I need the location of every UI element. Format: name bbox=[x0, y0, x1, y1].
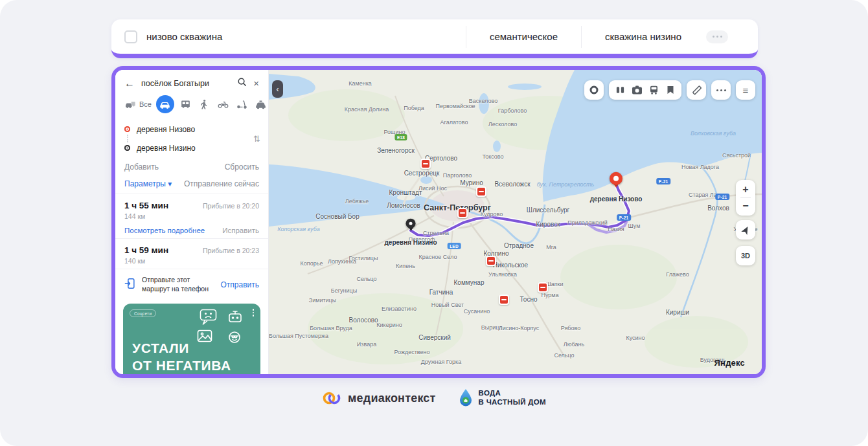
route-option-2[interactable]: 1 ч 59 мин Прибытие в 20:23 140 км bbox=[115, 240, 268, 267]
map-city-label: Лисино-Корпус bbox=[499, 325, 539, 331]
yandex-logo[interactable]: Яндекс bbox=[714, 358, 745, 368]
bookmarks-button[interactable] bbox=[662, 80, 679, 100]
ad-badge: Соцсети bbox=[130, 309, 156, 317]
swap-waypoints-icon[interactable]: ⇅ bbox=[253, 134, 260, 144]
measure-button[interactable] bbox=[687, 80, 706, 100]
water-drop-icon bbox=[458, 388, 474, 408]
close-icon[interactable]: × bbox=[253, 78, 259, 89]
send-to-phone-text: Отправьте этот маршрут на телефон bbox=[142, 276, 214, 293]
segment-semantic[interactable]: семантическое bbox=[475, 31, 572, 42]
map-water-label: Волховская губа bbox=[691, 130, 736, 137]
collapse-panel-button[interactable]: ‹ bbox=[272, 80, 283, 98]
route-option-1[interactable]: 1 ч 55 мин Прибытие в 20:20 144 км Посмо… bbox=[115, 195, 268, 237]
road-closure-marker[interactable] bbox=[476, 186, 486, 197]
map-city-label: Мурино bbox=[460, 179, 483, 186]
map-city-label: Отрадное bbox=[504, 242, 534, 249]
map-city-label: Шлиссельбург bbox=[527, 206, 569, 214]
map-city-label: Лесколово bbox=[488, 121, 517, 128]
map-city-label: Глажево bbox=[666, 271, 689, 278]
3d-view-button[interactable]: 3D bbox=[736, 246, 755, 265]
zoom-out-button[interactable]: − bbox=[736, 198, 755, 214]
map-city-label: Сосновый Бор bbox=[315, 213, 359, 220]
map-city-label: Новая Ладога bbox=[681, 164, 719, 170]
back-icon[interactable]: ← bbox=[124, 78, 135, 89]
map-city-label: Шапки bbox=[545, 281, 563, 287]
map-city-label: Ульяновка bbox=[488, 271, 517, 278]
route-endpoint-label: деревня Низино bbox=[384, 239, 437, 246]
map-water-label: бух. Петрокрепость bbox=[537, 181, 595, 188]
map-window: ← посёлок Богатыри × Все деревня Низово … bbox=[111, 66, 766, 378]
photos-button[interactable] bbox=[628, 80, 645, 100]
menu-button[interactable]: ≡ bbox=[736, 80, 755, 100]
zoom-in-button[interactable]: + bbox=[736, 182, 755, 197]
waypoint-row[interactable]: деревня Низино bbox=[124, 139, 259, 157]
segment-well[interactable]: скважина низино bbox=[591, 31, 696, 42]
road-closure-marker[interactable] bbox=[538, 282, 548, 293]
routes-panel: ← посёлок Богатыри × Все деревня Низово … bbox=[115, 70, 269, 374]
transport-button[interactable] bbox=[645, 80, 662, 100]
more-tools-button[interactable] bbox=[711, 80, 731, 100]
map-city-label: Зимитицы bbox=[309, 297, 336, 304]
map-city-label: Дружная Горка bbox=[421, 359, 461, 365]
map-city-label: Любань bbox=[564, 341, 584, 348]
query-checkbox[interactable] bbox=[124, 30, 137, 43]
params-button[interactable]: Параметры ▾ bbox=[124, 179, 172, 188]
map-city-label: Рождествено bbox=[394, 349, 429, 355]
more-button[interactable] bbox=[706, 30, 728, 43]
reset-button[interactable]: Сбросить bbox=[225, 162, 259, 172]
panoramas-button[interactable] bbox=[611, 80, 628, 100]
mode-tab-scooter[interactable] bbox=[235, 97, 249, 111]
locate-me-button[interactable] bbox=[736, 220, 755, 240]
map-city-label: Тосно bbox=[520, 296, 538, 303]
map-city-label: Гатчина bbox=[429, 289, 453, 296]
map-city-label: Мга bbox=[546, 244, 556, 251]
robot-face-icon bbox=[228, 310, 242, 323]
divider bbox=[115, 238, 268, 239]
road-closure-marker[interactable] bbox=[420, 159, 431, 169]
panel-header: ← посёлок Богатыри × bbox=[115, 70, 268, 94]
ruler-icon bbox=[691, 85, 702, 96]
map-layers-group bbox=[609, 80, 681, 100]
mediacontext-logo-icon bbox=[322, 390, 341, 407]
map-city-label: Победа bbox=[404, 105, 424, 111]
traffic-button[interactable] bbox=[584, 80, 604, 100]
mediacontext-name: медиаконтекст bbox=[348, 392, 436, 405]
road-badge: Р-21 bbox=[617, 214, 631, 221]
search-icon[interactable] bbox=[237, 77, 247, 89]
mode-tab-all[interactable]: Все bbox=[123, 97, 152, 111]
mode-tab-walk[interactable] bbox=[198, 97, 212, 111]
map-city-label: Парголово bbox=[443, 172, 472, 179]
divider bbox=[115, 269, 268, 269]
add-waypoint-button[interactable]: Добавить bbox=[124, 162, 159, 172]
send-button[interactable]: Отправить bbox=[220, 280, 259, 289]
mode-tab-bike[interactable] bbox=[216, 97, 231, 111]
map-city-label: Новый Свет bbox=[431, 302, 464, 308]
road-closure-marker[interactable] bbox=[499, 295, 509, 305]
add-reset-row: Добавить Сбросить bbox=[115, 159, 268, 175]
route-duration: 1 ч 59 мин bbox=[124, 245, 168, 255]
bus-icon bbox=[650, 85, 658, 95]
route-details-link[interactable]: Посмотреть подробнее bbox=[124, 227, 205, 234]
road-closure-marker[interactable] bbox=[486, 256, 496, 266]
search-input[interactable]: посёлок Богатыри bbox=[141, 79, 231, 88]
map-city-label: Назия bbox=[608, 226, 624, 232]
mode-tab-car[interactable] bbox=[156, 95, 174, 113]
chevron-down-icon: ▾ bbox=[168, 179, 172, 188]
waypoint-row[interactable]: деревня Низово bbox=[124, 120, 259, 139]
waypoint-a-label: деревня Низово bbox=[137, 125, 195, 134]
route-endpoint-marker[interactable] bbox=[610, 172, 622, 190]
map-canvas[interactable]: КаменкаКрасная ДолинаПобедаПервомайскоеВ… bbox=[269, 70, 762, 374]
mode-tab-taxi[interactable] bbox=[254, 97, 268, 111]
mode-tab-bus[interactable] bbox=[179, 97, 193, 111]
route-fix-link[interactable]: Исправить bbox=[222, 227, 259, 234]
departure-button[interactable]: Отправление сейчас bbox=[184, 179, 259, 188]
menu-icon: ≡ bbox=[743, 85, 749, 96]
mediacontext-brand: медиаконтекст bbox=[322, 390, 436, 407]
map-city-label: Всеволожск bbox=[494, 181, 530, 188]
road-badge: Е18 bbox=[394, 134, 407, 140]
road-closure-marker[interactable] bbox=[457, 208, 468, 218]
params-row: Параметры ▾ Отправление сейчас bbox=[115, 175, 268, 192]
route-endpoint-marker[interactable] bbox=[406, 219, 416, 234]
ad-banner[interactable]: Соцсети УСТАЛИ ОТ НЕГАТИВА bbox=[123, 304, 260, 374]
query-text: низово скважина bbox=[146, 31, 222, 42]
